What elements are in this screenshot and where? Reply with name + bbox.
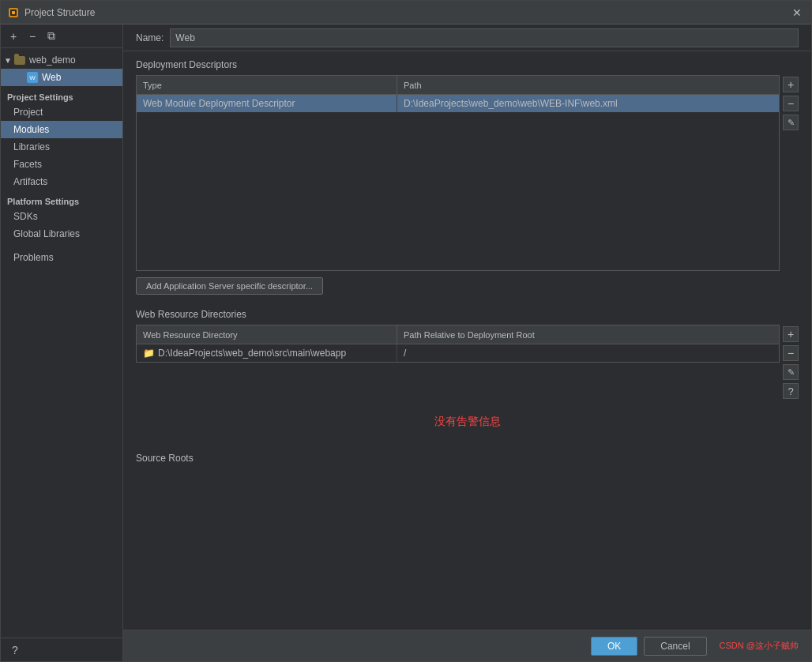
deployment-remove-btn[interactable]: −: [783, 96, 799, 111]
deployment-descriptors-section: Deployment Descriptors: [123, 51, 811, 75]
web-resource-remove-btn[interactable]: −: [783, 345, 799, 361]
web-resource-table-container: Web Resource Directory Path Relative to …: [136, 325, 799, 399]
table-empty-space: [137, 112, 779, 270]
dialog-bottom: OK Cancel CSDN @这小子贼帅: [123, 630, 811, 661]
web-resource-help-btn[interactable]: ?: [783, 383, 799, 399]
sidebar-item-libraries-label: Libraries: [13, 141, 50, 152]
plus-icon: +: [788, 79, 794, 90]
sidebar-item-facets[interactable]: Facets: [1, 156, 122, 173]
web-resource-add-btn[interactable]: +: [783, 326, 799, 342]
table-row[interactable]: Web Module Deployment Descriptor D:\Idea…: [137, 95, 779, 112]
td-rel-path: /: [397, 344, 779, 362]
web-resource-section: Web Resource Directories: [123, 301, 811, 325]
sidebar-item-modules[interactable]: Modules: [1, 121, 122, 138]
project-structure-dialog: Project Structure ✕ + − ⧉ ▼ web_demo: [0, 0, 812, 662]
th-rel-path: Path Relative to Deployment Root: [397, 325, 779, 344]
add-btn-row: Add Application Server specific descript…: [123, 271, 811, 301]
name-input[interactable]: [170, 28, 799, 47]
name-label: Name:: [136, 32, 164, 43]
minus-icon-2: −: [788, 348, 794, 359]
module-icon: W: [26, 71, 39, 84]
td-type: Web Module Deployment Descriptor: [137, 95, 397, 112]
td-web-dir: 📁 D:\IdeaProjects\web_demo\src\main\weba…: [137, 344, 397, 362]
platform-settings-label: Platform Settings: [1, 190, 122, 208]
sidebar-item-artifacts-label: Artifacts: [13, 176, 47, 187]
plus-icon-2: +: [788, 329, 794, 340]
web-resource-header: Web Resource Directory Path Relative to …: [137, 325, 779, 344]
remove-button[interactable]: −: [24, 28, 40, 44]
web-resource-table: Web Resource Directory Path Relative to …: [136, 325, 780, 363]
web-resource-title: Web Resource Directories: [136, 309, 799, 320]
right-content: Deployment Descriptors Type Path Web Mod…: [123, 51, 811, 630]
th-path: Path: [397, 76, 779, 94]
sidebar-item-problems[interactable]: Problems: [1, 249, 122, 266]
source-roots-label: Source Roots: [123, 445, 811, 467]
svg-rect-2: [12, 11, 15, 14]
th-web-dir: Web Resource Directory: [137, 325, 397, 344]
name-row: Name:: [123, 24, 811, 51]
tree-item-label: web_demo: [29, 55, 76, 66]
add-descriptor-button[interactable]: Add Application Server specific descript…: [136, 277, 323, 295]
close-button[interactable]: ✕: [789, 5, 805, 21]
web-resource-row[interactable]: 📁 D:\IdeaProjects\web_demo\src\main\weba…: [137, 344, 779, 362]
sidebar-item-global-libraries[interactable]: Global Libraries: [1, 225, 122, 243]
th-type: Type: [137, 76, 397, 94]
left-panel: + − ⧉ ▼ web_demo W: [1, 24, 123, 661]
title-bar-icon: [7, 6, 20, 19]
sidebar-item-libraries[interactable]: Libraries: [1, 138, 122, 156]
copy-button[interactable]: ⧉: [43, 28, 59, 44]
tree-arrow: ▼: [4, 56, 13, 65]
left-toolbar: + − ⧉: [1, 24, 122, 48]
main-content: + − ⧉ ▼ web_demo W: [1, 24, 811, 661]
tree-item-web-label: Web: [42, 72, 61, 83]
title-bar: Project Structure ✕: [1, 1, 811, 24]
warning-text: 没有告警信息: [123, 399, 811, 445]
sidebar-item-project[interactable]: Project: [1, 103, 122, 121]
ok-button[interactable]: OK: [591, 637, 637, 656]
sidebar-item-global-libraries-label: Global Libraries: [13, 228, 80, 239]
deployment-table-section: Type Path Web Module Deployment Descript…: [123, 75, 811, 271]
sidebar-item-artifacts[interactable]: Artifacts: [1, 173, 122, 190]
sidebar-item-facets-label: Facets: [13, 159, 42, 170]
left-bottom: ?: [1, 638, 122, 661]
folder-icon: [13, 54, 26, 66]
deployment-side-buttons: + − ✎: [783, 75, 799, 130]
edit-icon: ✎: [788, 118, 795, 127]
watermark: CSDN @这小子贼帅: [720, 640, 799, 652]
project-settings-label: Project Settings: [1, 86, 122, 103]
title-bar-title: Project Structure: [24, 7, 789, 18]
right-panel: Name: Deployment Descriptors Type Path: [123, 24, 811, 661]
tree-item-web-demo[interactable]: ▼ web_demo: [1, 51, 122, 69]
deployment-add-btn[interactable]: +: [783, 77, 799, 92]
web-resource-side-buttons: + − ✎ ?: [783, 325, 799, 399]
sidebar-item-modules-label: Modules: [13, 124, 49, 135]
sidebar-item-problems-label: Problems: [13, 252, 54, 263]
sidebar-item-sdks-label: SDKs: [13, 211, 38, 222]
sidebar-item-sdks[interactable]: SDKs: [1, 208, 122, 225]
deployment-table-container: Type Path Web Module Deployment Descript…: [136, 75, 799, 271]
help-button-left[interactable]: ?: [7, 642, 23, 658]
cancel-button[interactable]: Cancel: [644, 637, 706, 656]
question-icon: ?: [788, 386, 793, 397]
sidebar-item-project-label: Project: [13, 107, 43, 118]
deployment-table: Type Path Web Module Deployment Descript…: [136, 75, 780, 271]
tree-area: ▼ web_demo W Web Project Settings: [1, 48, 122, 638]
tree-item-web[interactable]: W Web: [1, 69, 122, 86]
deployment-table-header: Type Path: [137, 76, 779, 95]
minus-icon: −: [788, 98, 794, 109]
deployment-descriptors-title: Deployment Descriptors: [136, 59, 799, 70]
edit-icon-2: ✎: [788, 368, 795, 377]
deployment-edit-btn[interactable]: ✎: [783, 115, 799, 130]
add-button[interactable]: +: [6, 28, 21, 44]
td-path: D:\IdeaProjects\web_demo\web\WEB-INF\web…: [397, 95, 779, 112]
web-resource-edit-btn[interactable]: ✎: [783, 364, 799, 380]
web-resource-table-section: Web Resource Directory Path Relative to …: [123, 325, 811, 399]
